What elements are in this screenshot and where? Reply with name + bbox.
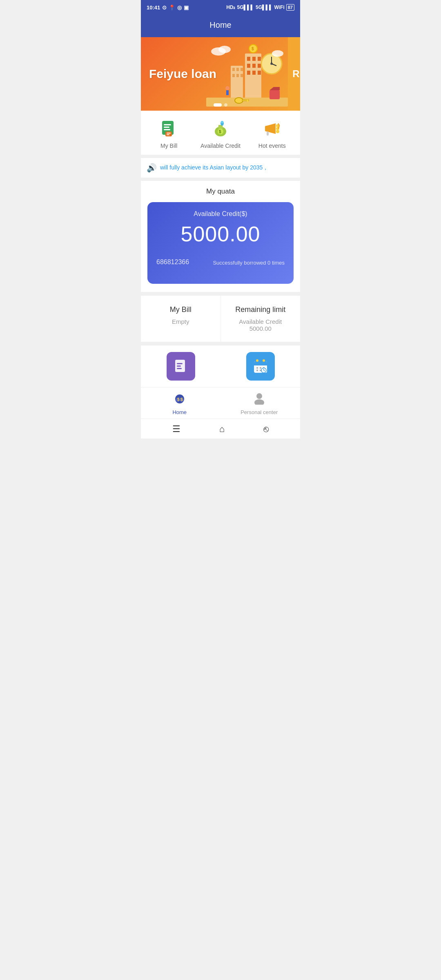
dot-2: [224, 103, 227, 107]
available-credit-icon: $: [210, 118, 231, 139]
svg-point-47: [221, 121, 223, 123]
available-credit-label: Available Credit: [200, 143, 241, 149]
banner-app-name: Feiyue loan: [149, 67, 216, 81]
status-bar: 10:41 ⊙ 📍 ◎ ▣ HD₂ 5G▌▌▌ 5G▌▌▌ WiFi 87: [141, 0, 300, 15]
quata-title: My quata: [147, 187, 294, 196]
svg-rect-35: [164, 124, 171, 125]
svg-rect-49: [265, 126, 268, 131]
svg-point-27: [225, 86, 229, 90]
svg-text:$: $: [252, 47, 254, 51]
svg-rect-15: [252, 71, 256, 75]
page-title: Home: [209, 20, 231, 29]
quick-item-hot-events[interactable]: Hot events: [256, 118, 288, 149]
svg-rect-4: [232, 74, 235, 77]
svg-rect-39: [167, 133, 171, 134]
svg-rect-8: [247, 57, 250, 61]
quick-item-available-credit[interactable]: $ Available Credit: [200, 118, 241, 149]
my-bill-icon: [158, 118, 180, 139]
quick-menu: My Bill $ Available Credit: [141, 111, 300, 155]
home-button[interactable]: ⌂: [219, 424, 225, 434]
svg-rect-28: [226, 90, 229, 95]
bill-section: My Bill Empty Remaining limit Available …: [141, 295, 300, 342]
status-icon-map: 📍: [169, 4, 175, 11]
status-icon-circle: ◎: [177, 4, 182, 11]
hot-events-icon: [261, 118, 283, 139]
signal-5g-1: 5G▌▌▌: [237, 4, 254, 10]
system-nav: ☰ ⌂ ⎋: [141, 419, 300, 439]
svg-point-77: [254, 399, 264, 405]
credit-card[interactable]: Available Credit($) 5000.00 686812366 Su…: [147, 202, 294, 284]
menu-button[interactable]: ☰: [172, 424, 180, 434]
credit-card-bottom: 686812366 Successfully borrowed 0 times: [156, 258, 285, 266]
dot-1: [214, 103, 222, 107]
svg-rect-31: [247, 100, 248, 102]
hd-badge: HD₂: [226, 4, 235, 10]
svg-rect-60: [254, 364, 267, 365]
signal-5g-2: 5G▌▌▌: [256, 4, 273, 10]
marquee-bar: 🔊 will fully achieve its Asian layout by…: [141, 158, 300, 178]
personal-nav-icon: [253, 392, 266, 408]
svg-rect-38: [165, 131, 172, 136]
svg-rect-10: [258, 57, 261, 61]
bottom-nav: $ $ Home Personal center: [141, 387, 300, 419]
svg-point-22: [218, 46, 231, 53]
svg-rect-12: [252, 64, 256, 68]
svg-rect-56: [177, 365, 181, 367]
svg-point-66: [256, 370, 258, 371]
credit-borrow-times: Successfully borrowed 0 times: [213, 260, 285, 266]
svg-rect-3: [241, 68, 243, 71]
bill-item-value: Empty: [147, 318, 214, 325]
remaining-title: Remaining limit: [227, 305, 294, 314]
bottom-icons-partial: [141, 345, 300, 387]
banner-wrapper[interactable]: Feiyue loan: [141, 37, 300, 111]
bill-purple-icon: [167, 352, 195, 381]
home-nav-label: Home: [172, 409, 187, 415]
nav-item-personal[interactable]: Personal center: [241, 392, 278, 415]
bill-item-remaining[interactable]: Remaining limit Available Credit 5000.00: [221, 296, 301, 342]
calendar-blue-icon: [246, 352, 275, 381]
svg-point-61: [256, 359, 258, 362]
banner-dots: [214, 103, 227, 107]
bill-item-my-bill[interactable]: My Bill Empty: [141, 296, 221, 342]
svg-point-64: [260, 367, 261, 369]
svg-point-62: [263, 359, 265, 362]
my-bill-label: My Bill: [160, 143, 177, 149]
svg-rect-14: [247, 71, 250, 75]
personal-nav-label: Personal center: [241, 409, 278, 415]
svg-text:$: $: [177, 397, 180, 402]
marquee-icon: 🔊: [147, 163, 157, 173]
status-icon-square: ▣: [184, 4, 189, 11]
svg-rect-37: [164, 129, 170, 130]
svg-rect-11: [247, 64, 250, 68]
credit-amount: 5000.00: [156, 222, 285, 246]
bottom-icon-item-bill[interactable]: [141, 345, 220, 387]
svg-marker-33: [270, 87, 280, 90]
svg-point-29: [235, 98, 243, 103]
banner[interactable]: Feiyue loan: [141, 37, 300, 111]
svg-rect-57: [177, 368, 182, 369]
svg-rect-55: [177, 363, 183, 364]
nav-item-home[interactable]: $ $ Home: [163, 392, 196, 415]
svg-point-76: [256, 393, 262, 399]
svg-point-63: [256, 367, 258, 369]
quata-section: My quata Available Credit($) 5000.00 686…: [141, 181, 300, 292]
status-icon-k: ⊙: [162, 4, 167, 11]
quick-item-my-bill[interactable]: My Bill: [153, 118, 185, 149]
svg-rect-13: [258, 64, 261, 68]
home-nav-icon: $ $: [173, 392, 186, 408]
svg-rect-40: [167, 134, 169, 135]
status-time: 10:41: [147, 4, 160, 11]
bottom-icon-item-calendar[interactable]: [220, 345, 300, 387]
svg-rect-36: [164, 127, 169, 128]
banner-illustration: $: [206, 41, 288, 107]
battery-indicator: 87: [286, 4, 294, 11]
svg-rect-6: [241, 74, 243, 77]
bill-item-title: My Bill: [147, 305, 214, 314]
back-button[interactable]: ⎋: [263, 424, 269, 434]
banner-right-peek: R: [288, 37, 300, 111]
svg-rect-50: [267, 131, 269, 136]
svg-rect-9: [252, 57, 256, 61]
credit-account: 686812366: [156, 258, 189, 266]
svg-rect-5: [236, 74, 239, 77]
status-right: HD₂ 5G▌▌▌ 5G▌▌▌ WiFi 87: [226, 4, 294, 11]
